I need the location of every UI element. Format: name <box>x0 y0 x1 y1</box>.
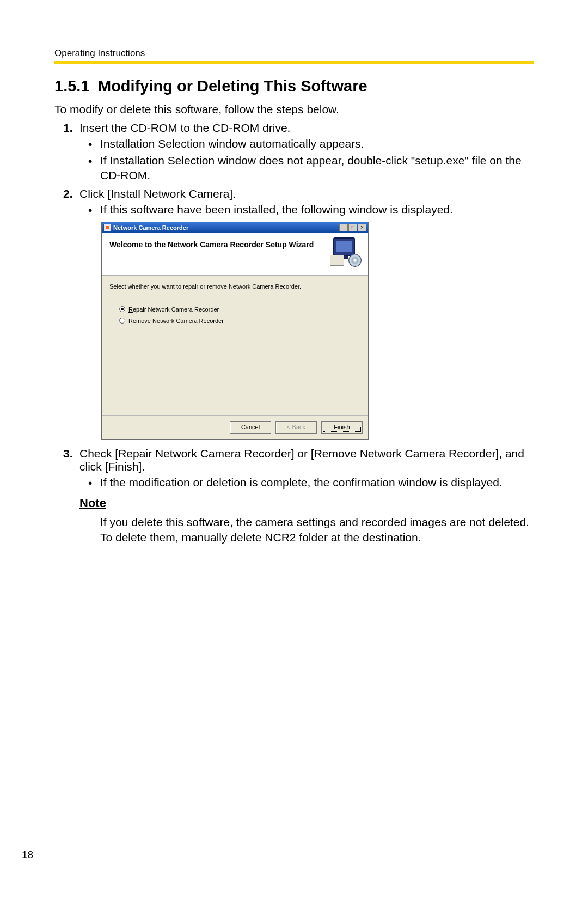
wizard-welcome-text: Welcome to the Network Camera Recorder S… <box>109 240 322 249</box>
document-page: Operating Instructions 1.5.1Modifying or… <box>0 0 588 909</box>
step-list: 1. Insert the CD-ROM to the CD-ROM drive… <box>54 121 534 490</box>
step-text: Click [Install Network Camera]. <box>79 187 236 200</box>
radio-button-icon[interactable] <box>119 318 125 324</box>
wizard-header-panel: Welcome to the Network Camera Recorder S… <box>102 233 368 276</box>
finish-button[interactable]: Finish <box>321 421 363 434</box>
bullet-icon: • <box>88 137 92 152</box>
wizard-titlebar[interactable]: Network Camera Recorder _ □ × <box>102 222 368 233</box>
section-title: Modifying or Deleting This Software <box>98 77 367 95</box>
radio-label: Repair Network Camera Recorder <box>128 306 219 313</box>
window-controls: _ □ × <box>339 224 366 231</box>
cancel-button[interactable]: Cancel <box>230 421 271 434</box>
wizard-instruction: Select whether you want to repair or rem… <box>109 283 360 290</box>
radio-repair[interactable]: Repair Network Camera Recorder <box>119 306 360 313</box>
bullet-icon: • <box>88 203 92 218</box>
step-number: 3. <box>63 447 73 460</box>
step-1-bullets: •Installation Selection window automatic… <box>79 137 534 183</box>
note-body: If you delete this software, the camera … <box>100 515 534 545</box>
list-item: •If Installation Selection window does n… <box>100 154 534 183</box>
setup-graphic-icon <box>330 237 362 267</box>
intro-text: To modify or delete this software, follo… <box>54 103 534 116</box>
section-number: 1.5.1 <box>54 77 98 95</box>
page-number: 18 <box>22 849 33 861</box>
box-icon <box>330 255 344 266</box>
wizard-title: Network Camera Recorder <box>113 224 339 231</box>
step-text: Insert the CD-ROM to the CD-ROM drive. <box>79 121 290 134</box>
section-heading: 1.5.1Modifying or Deleting This Software <box>54 77 534 95</box>
bullet-icon: • <box>88 476 92 491</box>
list-item: •If this software have been installed, t… <box>100 203 534 217</box>
back-button[interactable]: < Back <box>275 421 317 434</box>
page-header: Operating Instructions <box>54 48 534 61</box>
step-2: 2. Click [Install Network Camera]. •If t… <box>79 187 534 440</box>
note-heading: Note <box>79 496 534 510</box>
wizard-window: Network Camera Recorder _ □ × Welcome to… <box>101 222 369 440</box>
step-2-bullets: •If this software have been installed, t… <box>79 203 534 217</box>
step-text: Check [Repair Network Camera Recorder] o… <box>79 447 524 473</box>
step-number: 1. <box>63 121 73 135</box>
radio-remove[interactable]: Remove Network Camera Recorder <box>119 318 360 324</box>
radio-button-icon[interactable] <box>119 306 125 312</box>
maximize-button[interactable]: □ <box>348 224 357 231</box>
disc-icon <box>348 254 362 267</box>
step-number: 2. <box>63 187 73 200</box>
wizard-button-row: Cancel < Back Finish <box>102 415 368 439</box>
bullet-icon: • <box>88 154 92 169</box>
app-icon <box>103 224 111 231</box>
minimize-button[interactable]: _ <box>339 224 348 231</box>
radio-label: Remove Network Camera Recorder <box>128 318 224 324</box>
step-3-bullets: •If the modification or deletion is comp… <box>79 475 534 490</box>
monitor-icon <box>333 237 355 256</box>
close-button[interactable]: × <box>358 224 366 231</box>
list-item: •If the modification or deletion is comp… <box>100 475 534 490</box>
wizard-body: Select whether you want to repair or rem… <box>102 276 368 333</box>
header-rule <box>54 61 534 64</box>
step-3: 3. Check [Repair Network Camera Recorder… <box>79 447 534 490</box>
step-1: 1. Insert the CD-ROM to the CD-ROM drive… <box>79 121 534 183</box>
list-item: •Installation Selection window automatic… <box>100 137 534 151</box>
